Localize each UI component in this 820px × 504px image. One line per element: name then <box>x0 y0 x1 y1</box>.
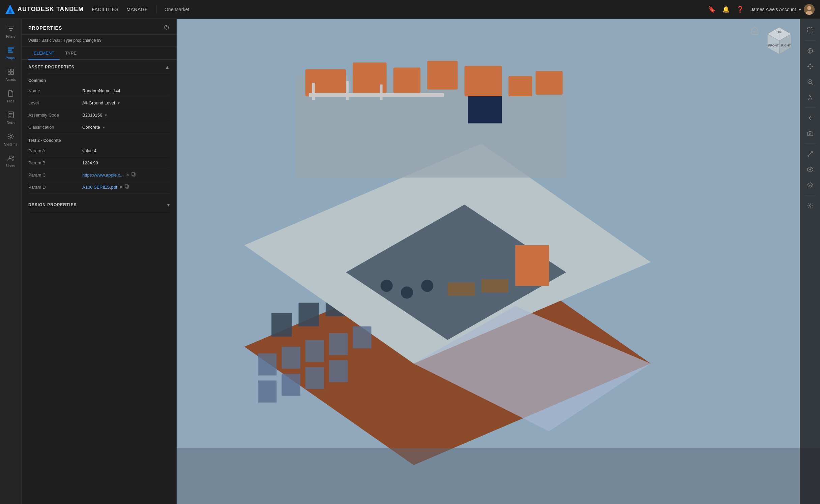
docs-icon <box>7 111 14 120</box>
tab-type[interactable]: TYPE <box>60 46 82 60</box>
zoom-button[interactable] <box>803 74 818 89</box>
svg-rect-41 <box>508 76 532 96</box>
svg-rect-38 <box>393 68 420 93</box>
svg-rect-13 <box>8 72 10 74</box>
rectangle-select-button[interactable] <box>803 23 818 38</box>
svg-rect-63 <box>329 360 348 382</box>
help-icon[interactable]: ❓ <box>736 6 744 13</box>
prop-value-name[interactable]: RandomName_144 <box>82 88 170 93</box>
properties-tabs: ELEMENT TYPE <box>22 46 176 60</box>
3d-viewport: TOP FRONT RIGHT <box>177 19 820 504</box>
sidebar-item-assets[interactable]: Assets <box>1 65 20 85</box>
sidebar-item-systems[interactable]: Systems <box>1 129 20 150</box>
svg-point-51 <box>421 280 433 292</box>
prop-label-name: Name <box>28 88 82 93</box>
prop-value-assembly[interactable]: B2010156 ▾ <box>82 113 170 118</box>
user-menu[interactable]: James Awe's Account ▾ <box>751 4 815 15</box>
camera-button[interactable] <box>803 126 818 141</box>
svg-rect-74 <box>808 28 813 33</box>
pan-button[interactable] <box>803 59 818 74</box>
facilities-menu-item[interactable]: FACILITIES <box>92 7 118 12</box>
prop-row-param-c: Param C https://www.apple.c... ✕ <box>28 169 170 181</box>
prop-value-param-a[interactable]: value 4 <box>82 148 170 153</box>
prop-label-param-c: Param C <box>28 172 82 178</box>
assets-label: Assets <box>5 78 16 82</box>
param-d-clear-icon[interactable]: ✕ <box>119 185 123 190</box>
svg-rect-82 <box>808 132 813 136</box>
svg-rect-66 <box>753 31 756 34</box>
docs-label: Docs <box>7 121 14 125</box>
measure-button[interactable] <box>803 147 818 161</box>
user-name: James Awe's Account <box>751 7 796 12</box>
svg-rect-29 <box>299 303 319 326</box>
asset-section-title: ASSET PROPERTIES <box>28 65 75 69</box>
sidebar-item-users[interactable]: Users <box>1 151 20 171</box>
tab-element[interactable]: ELEMENT <box>28 46 60 60</box>
bookmark-icon[interactable]: 🔖 <box>708 6 715 13</box>
svg-rect-28 <box>271 313 292 337</box>
filters-label: Filters <box>6 35 15 38</box>
prop-label-param-b: Param B <box>28 160 82 165</box>
prop-label-param-d: Param D <box>28 185 82 190</box>
param-c-link[interactable]: https://www.apple.c... <box>82 172 124 178</box>
svg-rect-9 <box>8 50 12 51</box>
svg-rect-25 <box>125 185 128 188</box>
asset-section-toggle[interactable]: ▲ <box>165 64 170 70</box>
svg-point-50 <box>401 286 413 298</box>
view-tools <box>803 43 818 105</box>
bell-icon[interactable]: 🔔 <box>722 6 730 13</box>
home-button[interactable] <box>750 26 759 37</box>
param-d-copy-icon[interactable] <box>125 184 129 190</box>
prop-label-param-a: Param A <box>28 148 82 153</box>
prop-row-classification: Classification Concrete ▾ <box>28 121 170 133</box>
props-label: Props. <box>6 56 16 60</box>
sidebar-item-props[interactable]: Props. <box>1 43 20 63</box>
svg-point-20 <box>9 156 11 158</box>
test-group-title: Test 2 - Concrete <box>28 133 170 145</box>
app-logo: AUTODESK TANDEM <box>5 5 84 14</box>
history-button[interactable] <box>164 24 170 32</box>
nav-cube[interactable]: TOP FRONT RIGHT <box>764 26 794 56</box>
design-section-header: DESIGN PROPERTIES ▾ <box>28 197 170 211</box>
svg-rect-59 <box>353 326 371 348</box>
svg-point-80 <box>809 95 811 97</box>
svg-point-49 <box>381 280 393 292</box>
left-sidebar: Filters Props. Assets Files Docs <box>0 19 22 504</box>
prop-row-param-d: Param D A100 SERIES.pdf ✕ <box>28 181 170 193</box>
prop-label-assembly: Assembly Code <box>28 113 82 118</box>
classification-dropdown-arrow: ▾ <box>103 125 105 130</box>
svg-rect-56 <box>282 347 300 369</box>
sidebar-item-filters[interactable]: Filters <box>1 22 20 42</box>
settings-button[interactable] <box>803 198 818 213</box>
files-label: Files <box>7 99 14 103</box>
person-view-button[interactable] <box>803 90 818 105</box>
svg-rect-45 <box>312 83 315 100</box>
app-name: AUTODESK TANDEM <box>18 6 84 13</box>
sidebar-item-docs[interactable]: Docs <box>1 108 20 128</box>
topnav-right: 🔖 🔔 ❓ James Awe's Account ▾ <box>708 4 815 15</box>
properties-header: PROPERTIES <box>22 19 176 35</box>
section-back-button[interactable] <box>803 111 818 125</box>
param-c-copy-icon[interactable] <box>131 172 136 178</box>
svg-rect-10 <box>8 52 13 53</box>
nav-divider <box>156 5 156 13</box>
prop-value-classification[interactable]: Concrete ▾ <box>82 125 170 130</box>
svg-rect-46 <box>346 81 349 100</box>
orbit-button[interactable] <box>803 43 818 58</box>
svg-point-94 <box>809 205 811 207</box>
svg-rect-58 <box>329 333 348 355</box>
prop-value-level[interactable]: All-Ground Level ▾ <box>82 100 170 105</box>
design-section-toggle[interactable]: ▾ <box>167 202 170 208</box>
sidebar-item-files[interactable]: Files <box>1 86 20 106</box>
toolbar-divider-3 <box>805 144 816 144</box>
svg-rect-47 <box>380 85 383 100</box>
filter-icon <box>7 25 14 33</box>
svg-rect-14 <box>11 72 13 74</box>
3d-model-button[interactable] <box>803 162 818 177</box>
prop-value-param-b[interactable]: 1234.99 <box>82 160 170 165</box>
param-c-clear-icon[interactable]: ✕ <box>126 172 129 178</box>
avatar <box>804 4 815 15</box>
param-d-link[interactable]: A100 SERIES.pdf <box>82 185 117 190</box>
manage-menu-item[interactable]: MANAGE <box>126 7 148 12</box>
layers-button[interactable] <box>803 178 818 192</box>
